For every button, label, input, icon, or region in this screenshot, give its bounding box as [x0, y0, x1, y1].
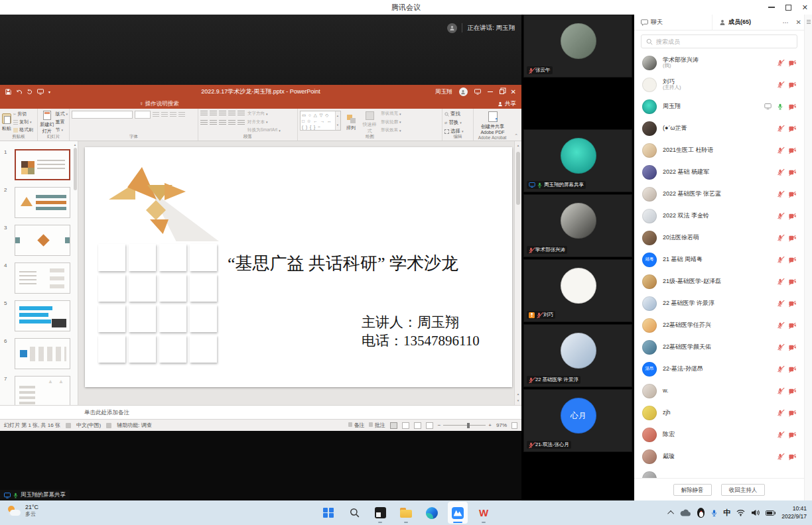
- panel-edge-handle[interactable]: [804, 15, 812, 500]
- undo-icon[interactable]: [16, 89, 22, 95]
- tab-members[interactable]: 成员(65): [712, 15, 758, 30]
- minimize-icon[interactable]: [768, 7, 775, 7]
- cut-button[interactable]: ✂剪切: [13, 111, 33, 117]
- camera-off-icon[interactable]: [789, 279, 796, 284]
- taskbar-edge[interactable]: [422, 502, 442, 524]
- clear-format-icon[interactable]: [178, 112, 185, 118]
- mic-muted-icon[interactable]: [778, 300, 783, 307]
- slide-thumbnail[interactable]: 6: [0, 338, 78, 369]
- qq-icon[interactable]: [697, 508, 705, 518]
- section-button[interactable]: 节▾: [55, 127, 68, 133]
- ribbon-tab[interactable]: [48, 99, 57, 109]
- ribbon-tab[interactable]: [103, 99, 113, 109]
- mic-muted-icon[interactable]: [778, 344, 783, 351]
- camera-off-icon[interactable]: [789, 323, 796, 328]
- mic-muted-icon[interactable]: [778, 257, 783, 263]
- mic-muted-icon[interactable]: [778, 453, 783, 460]
- mic-muted-icon[interactable]: [778, 410, 783, 416]
- member-row[interactable]: 周玉翔: [634, 95, 804, 117]
- member-row[interactable]: 湛昂 22-基法-孙湛昂: [634, 358, 804, 380]
- tell-me-search[interactable]: ♀ 操作说明搜索: [139, 99, 179, 109]
- ribbon-tab[interactable]: [57, 99, 66, 109]
- copy-button[interactable]: 复制▾: [13, 119, 33, 125]
- member-row[interactable]: (●´ω芷菁: [634, 117, 804, 139]
- ribbon-tab[interactable]: [20, 99, 29, 109]
- taskbar-app-dark[interactable]: [370, 502, 390, 524]
- ppt-restore-icon[interactable]: [500, 89, 504, 94]
- camera-off-icon[interactable]: [789, 126, 796, 131]
- thumbnail-scrollbar[interactable]: ▴: [72, 141, 78, 405]
- ribbon-tab[interactable]: [38, 99, 48, 109]
- start-button[interactable]: [318, 502, 338, 524]
- columns-icon[interactable]: [237, 120, 245, 126]
- slide-thumbnail[interactable]: 1: [0, 149, 78, 180]
- mic-muted-icon[interactable]: [778, 278, 783, 285]
- normal-view-icon[interactable]: [390, 422, 397, 429]
- slide-thumbnail[interactable]: 3: [0, 225, 78, 256]
- taskbar-file-explorer[interactable]: [396, 502, 416, 524]
- font-size-select[interactable]: [135, 111, 151, 119]
- hidden-icons-chevron[interactable]: [667, 510, 674, 517]
- taskbar-tencent-meeting[interactable]: [448, 502, 468, 524]
- camera-off-icon[interactable]: [789, 213, 796, 219]
- ribbon-tab[interactable]: [11, 99, 20, 109]
- slide-thumbnail[interactable]: 7: [0, 376, 78, 405]
- indent-increase-icon[interactable]: [228, 111, 236, 117]
- weather-widget[interactable]: 21°C 多云: [7, 504, 38, 517]
- member-row[interactable]: 学术部张兴涛 (我): [634, 52, 804, 74]
- line-spacing-icon[interactable]: [237, 111, 245, 117]
- start-slideshow-icon[interactable]: [37, 89, 44, 95]
- canvas-scrollbar[interactable]: ▴ ▴▾: [514, 141, 521, 405]
- camera-off-icon[interactable]: [789, 454, 796, 459]
- slide-sorter-view-icon[interactable]: [402, 422, 409, 429]
- video-tile[interactable]: 学术部张兴涛: [523, 194, 632, 257]
- shrink-font-icon[interactable]: [161, 112, 168, 118]
- replace-button[interactable]: ⇄替换▾: [444, 119, 472, 126]
- unmute-button[interactable]: 解除静音: [673, 484, 712, 496]
- battery-icon[interactable]: [766, 510, 776, 516]
- camera-off-icon[interactable]: [789, 410, 796, 416]
- video-tile[interactable]: 刘巧: [523, 259, 632, 322]
- camera-off-icon[interactable]: [789, 301, 796, 306]
- volume-icon[interactable]: [751, 509, 760, 516]
- smartart-button[interactable]: 转换为SmartArt▾: [247, 127, 281, 133]
- camera-off-icon[interactable]: [789, 104, 796, 109]
- zoom-slider[interactable]: − +: [438, 422, 492, 428]
- video-tile[interactable]: 心月 21-双法-张心月: [523, 389, 632, 452]
- camera-off-icon[interactable]: [789, 170, 796, 175]
- ribbon-tab[interactable]: [85, 99, 94, 109]
- ribbon-tab[interactable]: [76, 99, 85, 109]
- quick-styles-button[interactable]: 快速样式: [361, 111, 378, 135]
- member-search-box[interactable]: [641, 34, 797, 48]
- taskbar-search[interactable]: [344, 502, 364, 524]
- grow-font-icon[interactable]: [153, 112, 159, 118]
- camera-off-icon[interactable]: [789, 192, 796, 197]
- numbering-icon[interactable]: [210, 111, 217, 117]
- wifi-icon[interactable]: [736, 509, 745, 516]
- more-options-icon[interactable]: ⋯: [783, 19, 789, 26]
- align-left-icon[interactable]: [200, 120, 208, 126]
- shape-fill-button[interactable]: 形状填充▾: [381, 111, 401, 117]
- camera-off-icon[interactable]: [789, 60, 796, 66]
- camera-off-icon[interactable]: [789, 148, 796, 153]
- align-text-button[interactable]: 对齐文本▾: [247, 119, 281, 125]
- member-row[interactable]: 22基础医学任芥兴: [634, 314, 804, 336]
- member-row[interactable]: 2021生医工 杜聆语: [634, 139, 804, 161]
- mic-on-icon[interactable]: [778, 103, 783, 110]
- member-row[interactable]: zjh: [634, 402, 804, 424]
- mic-muted-icon[interactable]: [778, 82, 783, 88]
- slide-thumbnail[interactable]: 4: [0, 262, 78, 294]
- member-row[interactable]: 刘巧 (主持人): [634, 74, 804, 95]
- ribbon-tab[interactable]: [122, 99, 131, 109]
- taskbar-clock[interactable]: 10:41 2022/9/17: [781, 505, 807, 520]
- slideshow-view-icon[interactable]: [426, 422, 433, 429]
- camera-off-icon[interactable]: [789, 432, 796, 438]
- ppt-close-icon[interactable]: ✕: [511, 88, 516, 95]
- fit-slide-icon[interactable]: [511, 422, 517, 429]
- slide-thumbnail[interactable]: 5: [0, 300, 78, 331]
- ribbon-tab[interactable]: [113, 99, 122, 109]
- format-painter-button[interactable]: 格式刷: [13, 127, 33, 133]
- tray-mic-icon[interactable]: [711, 509, 717, 517]
- close-icon[interactable]: ✕: [802, 4, 808, 11]
- new-slide-button[interactable]: 新建幻灯片: [40, 111, 54, 135]
